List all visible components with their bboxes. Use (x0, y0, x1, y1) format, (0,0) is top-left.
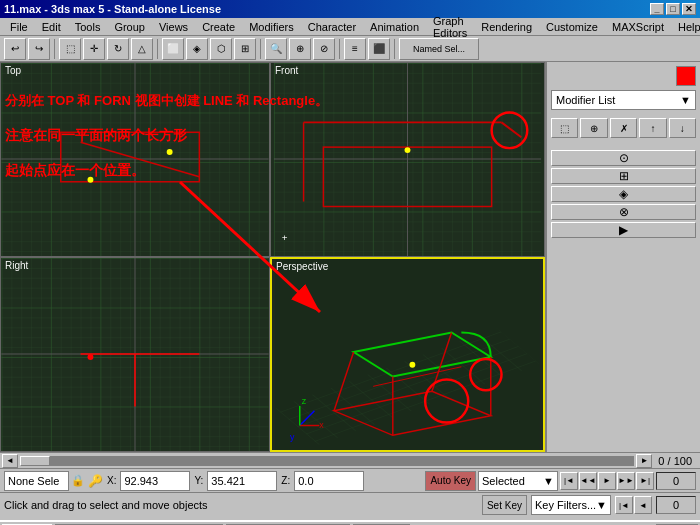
scroll-left-button[interactable]: ◄ (2, 454, 18, 468)
color-swatch[interactable] (676, 66, 696, 86)
z-value: 0.0 (298, 475, 313, 487)
menu-customize[interactable]: Customize (540, 20, 604, 34)
status-text: Click and drag to select and move object… (4, 499, 208, 511)
viewport-front[interactable]: Front (270, 62, 545, 257)
svg-text:x: x (319, 420, 324, 430)
h-scrollbar: ◄ ► 0 / 100 (0, 452, 700, 468)
z-label: Z: (279, 475, 292, 486)
key-frame-value: 0 (673, 475, 679, 487)
modifier-dropdown-arrow: ▼ (680, 94, 691, 106)
close-button[interactable]: ✕ (682, 3, 696, 15)
x-coord-field[interactable]: 92.943 (120, 471, 190, 491)
panel-btn-3[interactable]: ✗ (610, 118, 637, 138)
toolbar-btn-8[interactable]: ⊞ (234, 38, 256, 60)
toolbar-btn-5[interactable]: ⬜ (162, 38, 184, 60)
toolbar-sep-3 (260, 39, 261, 59)
selected-arrow: ▼ (543, 475, 554, 487)
panel-btn-1[interactable]: ⬚ (551, 118, 578, 138)
menu-views[interactable]: Views (153, 20, 194, 34)
set-key-button[interactable]: Set Key (482, 495, 527, 515)
maximize-button[interactable]: □ (666, 3, 680, 15)
selected-dropdown[interactable]: Selected ▼ (478, 471, 558, 491)
panel-tab-1[interactable]: ⊙ (551, 150, 696, 166)
anim-btn-extra2[interactable]: ◄ (634, 496, 652, 514)
panel-btn-4[interactable]: ↑ (639, 118, 666, 138)
key-frame-field-2[interactable]: 0 (656, 496, 696, 514)
panel-tab-2[interactable]: ⊞ (551, 168, 696, 184)
status-row1: None Sele 🔒 🔑 X: 92.943 Y: 35.421 Z: 0.0… (0, 469, 700, 493)
menu-edit[interactable]: Edit (36, 20, 67, 34)
key-icon[interactable]: 🔑 (87, 473, 103, 489)
menu-group[interactable]: Group (108, 20, 151, 34)
minimize-button[interactable]: _ (650, 3, 664, 15)
menu-bar: File Edit Tools Group Views Create Modif… (0, 18, 700, 36)
viewport-perspective-label: Perspective (276, 261, 328, 272)
menu-help[interactable]: Help (672, 20, 700, 34)
menu-tools[interactable]: Tools (69, 20, 107, 34)
menu-maxscript[interactable]: MAXScript (606, 20, 670, 34)
toolbar-btn-move[interactable]: ✛ (83, 38, 105, 60)
main-area: Top (0, 62, 700, 452)
title-text: 11.max - 3ds max 5 - Stand-alone License (4, 3, 221, 15)
y-value: 35.421 (211, 475, 245, 487)
key-frame-value-2: 0 (673, 499, 679, 511)
viewport-right-label: Right (5, 260, 28, 271)
key-frame-field[interactable]: 0 (656, 472, 696, 490)
viewport-area: Top (0, 62, 545, 452)
title-bar-buttons: _ □ ✕ (650, 3, 696, 15)
anim-start-button[interactable]: |◄ (560, 472, 578, 490)
menu-rendering[interactable]: Rendering (475, 20, 538, 34)
y-coord-field[interactable]: 35.421 (207, 471, 277, 491)
toolbar-btn-12[interactable]: ≡ (344, 38, 366, 60)
key-filters-dropdown[interactable]: Key Filters... ▼ (531, 495, 611, 515)
toolbar-btn-select[interactable]: ⬚ (59, 38, 81, 60)
panel-tab-4[interactable]: ⊗ (551, 204, 696, 220)
toolbar-btn-11[interactable]: ⊘ (313, 38, 335, 60)
anim-btn-extra1[interactable]: |◄ (615, 496, 633, 514)
none-select-label: None Sele (8, 475, 59, 487)
svg-text:+: + (282, 232, 288, 243)
toolbar-btn-scale[interactable]: △ (131, 38, 153, 60)
svg-point-17 (405, 147, 411, 153)
viewport-top[interactable]: Top (0, 62, 270, 257)
panel-toolbar: ⬚ ⊕ ✗ ↑ ↓ (551, 118, 696, 138)
toolbar-btn-6[interactable]: ◈ (186, 38, 208, 60)
menu-animation[interactable]: Animation (364, 20, 425, 34)
toolbar-btn-9[interactable]: 🔍 (265, 38, 287, 60)
scroll-thumb[interactable] (20, 456, 50, 466)
viewports: Top (0, 62, 545, 452)
menu-file[interactable]: File (4, 20, 34, 34)
anim-prev-button[interactable]: ◄◄ (579, 472, 597, 490)
toolbar-btn-13[interactable]: ⬛ (368, 38, 390, 60)
z-coord-field[interactable]: 0.0 (294, 471, 364, 491)
anim-next-button[interactable]: ►► (617, 472, 635, 490)
right-panel: Modifier List ▼ ⬚ ⊕ ✗ ↑ ↓ ⊙ ⊞ ◈ ⊗ ▶ (545, 62, 700, 452)
viewport-perspective[interactable]: Perspective (270, 257, 545, 452)
panel-tab-5[interactable]: ▶ (551, 222, 696, 238)
none-select-field: None Sele (4, 471, 69, 491)
panel-btn-5[interactable]: ↓ (669, 118, 696, 138)
toolbar-btn-1[interactable]: ↩ (4, 38, 26, 60)
title-bar: 11.max - 3ds max 5 - Stand-alone License… (0, 0, 700, 18)
toolbar-btn-2[interactable]: ↪ (28, 38, 50, 60)
panel-tab-3[interactable]: ◈ (551, 186, 696, 202)
panel-btn-2[interactable]: ⊕ (580, 118, 607, 138)
menu-create[interactable]: Create (196, 20, 241, 34)
scroll-track[interactable] (20, 456, 634, 466)
toolbar-btn-7[interactable]: ⬡ (210, 38, 232, 60)
scroll-right-button[interactable]: ► (636, 454, 652, 468)
toolbar-btn-rotate[interactable]: ↻ (107, 38, 129, 60)
modifier-dropdown[interactable]: Modifier List ▼ (551, 90, 696, 110)
selected-label: Selected (482, 475, 525, 487)
anim-end-button[interactable]: ►| (636, 472, 654, 490)
toolbar-btn-10[interactable]: ⊕ (289, 38, 311, 60)
anim-play-button[interactable]: ► (598, 472, 616, 490)
toolbar-btn-named-sel[interactable]: Named Sel... (399, 38, 479, 60)
menu-character[interactable]: Character (302, 20, 362, 34)
menu-modifiers[interactable]: Modifiers (243, 20, 300, 34)
auto-key-button[interactable]: Auto Key (425, 471, 476, 491)
lock-icon[interactable]: 🔒 (71, 473, 85, 489)
toolbar-sep-5 (394, 39, 395, 59)
viewport-right[interactable]: Right (0, 257, 270, 452)
menu-graph-editors[interactable]: Graph Editors (427, 14, 473, 40)
